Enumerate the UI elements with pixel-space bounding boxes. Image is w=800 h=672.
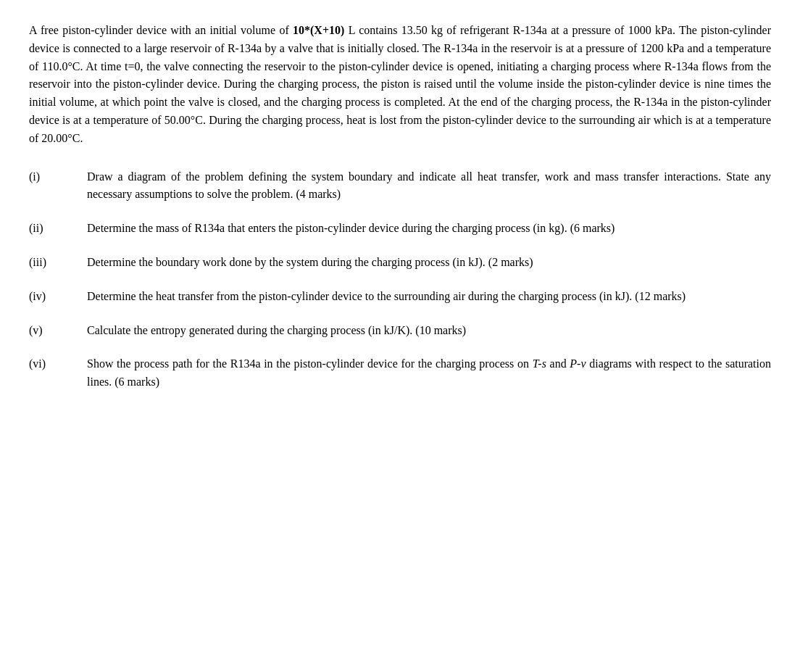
question-item-i: (i) Draw a diagram of the problem defini… — [29, 168, 771, 204]
question-item-iii: (iii) Determine the boundary work done b… — [29, 254, 771, 272]
question-label-ii: (ii) — [29, 220, 87, 238]
question-text-vi: Show the process path for the R134a in t… — [87, 355, 771, 391]
question-text-iii: Determine the boundary work done by the … — [87, 254, 771, 272]
question-text-v: Calculate the entropy generated during t… — [87, 322, 771, 340]
question-label-vi: (vi) — [29, 355, 87, 391]
italic-ts: T-s — [533, 357, 546, 370]
main-content: A free piston-cylinder device with an in… — [29, 22, 771, 391]
italic-pv: P-v — [570, 357, 586, 370]
question-item-v: (v) Calculate the entropy generated duri… — [29, 322, 771, 340]
question-label-i: (i) — [29, 168, 87, 204]
question-label-iv: (iv) — [29, 288, 87, 306]
question-item-ii: (ii) Determine the mass of R134a that en… — [29, 220, 771, 238]
questions-section: (i) Draw a diagram of the problem defini… — [29, 168, 771, 391]
question-item-iv: (iv) Determine the heat transfer from th… — [29, 288, 771, 306]
question-text-iv: Determine the heat transfer from the pis… — [87, 288, 771, 306]
question-item-vi: (vi) Show the process path for the R134a… — [29, 355, 771, 391]
question-label-v: (v) — [29, 322, 87, 340]
question-text-ii: Determine the mass of R134a that enters … — [87, 220, 771, 238]
question-text-i: Draw a diagram of the problem defining t… — [87, 168, 771, 204]
bold-formula: 10*(X+10) — [293, 24, 344, 36]
question-label-iii: (iii) — [29, 254, 87, 272]
intro-paragraph: A free piston-cylinder device with an in… — [29, 22, 771, 148]
